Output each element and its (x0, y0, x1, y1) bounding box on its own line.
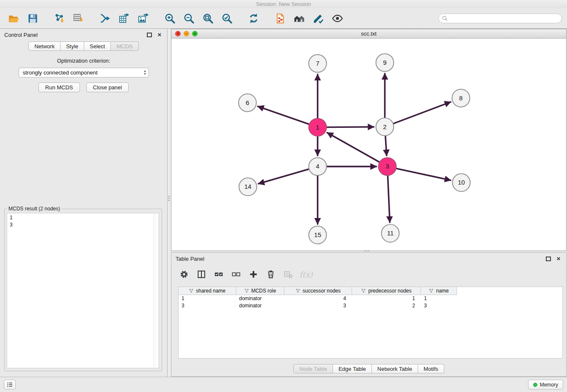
criterion-dropdown[interactable]: strongly connected component ▴▾ (19, 68, 149, 77)
maximize-window-icon[interactable]: + (192, 31, 198, 36)
network-canvas[interactable]: 7968124314101511 (171, 39, 566, 251)
float-panel-button[interactable] (147, 33, 152, 37)
node-4[interactable]: 4 (309, 157, 327, 175)
edge-3-1[interactable] (327, 133, 380, 163)
table-panel-title: Table Panel (176, 256, 204, 262)
export-network-file-button[interactable] (272, 10, 289, 26)
horizontal-splitter-handle[interactable] (364, 250, 369, 251)
apply-style-icon (313, 13, 324, 24)
edge-2-8[interactable] (392, 102, 451, 124)
column-header-mcds-role[interactable]: MCDS role (236, 287, 284, 295)
toolbar-separator (43, 18, 49, 19)
export-table-button[interactable] (116, 10, 132, 26)
apply-style-button[interactable] (310, 10, 327, 26)
edges-layer (258, 74, 451, 224)
memory-button[interactable]: Memory (528, 380, 563, 389)
table-cell[interactable]: 1 (421, 295, 457, 302)
open-session-button[interactable] (5, 10, 22, 26)
table-cell[interactable]: 1 (179, 295, 236, 302)
delete-columns-button[interactable] (265, 268, 277, 280)
column-header-shared-name[interactable]: shared name (179, 287, 236, 295)
table-cell[interactable]: 3 (421, 302, 457, 309)
dropdown-stepper-icon: ▴▾ (144, 70, 146, 75)
mcds-result-list[interactable]: 13 (7, 213, 159, 368)
tab-mcds[interactable]: MCDS (111, 41, 138, 51)
zoom-fit-button[interactable] (199, 10, 216, 26)
status-bar: Memory (0, 377, 567, 392)
table-cell[interactable]: 3 (284, 302, 352, 309)
column-header-name[interactable]: name (421, 287, 457, 295)
node-9[interactable]: 9 (376, 54, 394, 72)
close-window-icon[interactable]: × (175, 31, 181, 36)
new-network-from-selection-button[interactable] (96, 10, 113, 26)
mcds-buttons-row: Run MCDS Close panel (0, 83, 167, 92)
node-6[interactable]: 6 (239, 94, 256, 112)
table-cell[interactable]: 2 (352, 302, 421, 309)
import-table-button[interactable] (70, 10, 87, 26)
node-2[interactable]: 2 (376, 118, 394, 136)
column-header-predecessor-nodes[interactable]: predecessor nodes (352, 287, 421, 295)
run-mcds-button[interactable]: Run MCDS (39, 83, 80, 92)
vertical-splitter-handle[interactable] (168, 196, 170, 201)
node-label: 4 (316, 163, 319, 170)
close-control-panel-icon[interactable]: × (156, 31, 163, 38)
mcds-result-line: 3 (10, 221, 152, 229)
zoom-in-button[interactable] (161, 10, 178, 26)
node-7[interactable]: 7 (309, 55, 327, 72)
table-cell[interactable]: dominator (236, 295, 284, 302)
mcds-result-line: 1 (10, 214, 152, 221)
table-row[interactable]: 1dominator411 (179, 295, 562, 302)
close-panel-button[interactable]: Close panel (86, 83, 129, 92)
node-label: 7 (316, 60, 319, 67)
tab-network-table[interactable]: Network Table (372, 364, 418, 373)
node-14[interactable]: 14 (239, 178, 257, 196)
tab-style[interactable]: Style (61, 41, 84, 51)
table-row[interactable]: 3dominator323 (179, 302, 562, 309)
edge-3-10[interactable] (395, 168, 451, 180)
import-network-button[interactable] (51, 10, 68, 26)
tab-node-table[interactable]: Node Table (293, 364, 333, 373)
edge-4-14[interactable] (259, 169, 310, 184)
unselect-all-columns-button[interactable] (230, 268, 242, 280)
tab-select[interactable]: Select (84, 41, 111, 51)
edge-1-2[interactable] (326, 127, 374, 127)
minimize-window-icon[interactable]: − (184, 31, 189, 36)
toggle-column-display-button[interactable] (195, 268, 207, 280)
table-cell[interactable]: 3 (179, 302, 236, 309)
node-8[interactable]: 8 (452, 89, 470, 107)
node-1[interactable]: 1 (309, 119, 327, 136)
toolbar-separator (264, 18, 270, 19)
float-table-panel-button[interactable] (546, 257, 551, 261)
edge-3-11[interactable] (388, 174, 390, 222)
create-column-button[interactable] (248, 268, 259, 280)
edge-1-6[interactable] (258, 106, 310, 124)
refresh-layout-button[interactable] (245, 10, 262, 26)
table-cell[interactable]: 4 (284, 295, 352, 302)
tab-motifs[interactable]: Motifs (418, 364, 444, 373)
select-all-columns-button[interactable] (213, 268, 225, 280)
task-history-button[interactable] (4, 380, 16, 389)
network-overview-button[interactable] (291, 10, 308, 26)
zoom-out-button[interactable] (180, 10, 197, 26)
column-header-successor-nodes[interactable]: successor nodes (284, 287, 352, 295)
edge-2-3[interactable] (385, 135, 387, 156)
table-cell[interactable]: dominator (236, 302, 284, 309)
node-3[interactable]: 3 (378, 157, 396, 175)
tab-network[interactable]: Network (28, 41, 61, 51)
node-15[interactable]: 15 (309, 226, 327, 244)
network-graph[interactable]: 7968124314101511 (171, 39, 566, 251)
node-11[interactable]: 11 (381, 224, 399, 242)
export-image-button[interactable] (135, 10, 151, 26)
show-hide-panels-button[interactable] (329, 10, 346, 26)
zoom-selected-button[interactable] (218, 10, 235, 26)
result-scrollbar[interactable] (154, 213, 159, 368)
column-settings-button[interactable] (178, 268, 190, 280)
close-table-panel-icon[interactable]: × (555, 255, 562, 262)
mcds-result-box: MCDS result (2 nodes) 13 (4, 209, 162, 371)
save-session-button[interactable] (24, 10, 41, 26)
search-input[interactable] (438, 14, 562, 23)
table-cell[interactable]: 1 (352, 295, 421, 302)
tab-edge-table[interactable]: Edge Table (333, 364, 372, 373)
node-10[interactable]: 10 (452, 174, 470, 191)
window-controls: × − + (175, 31, 198, 36)
